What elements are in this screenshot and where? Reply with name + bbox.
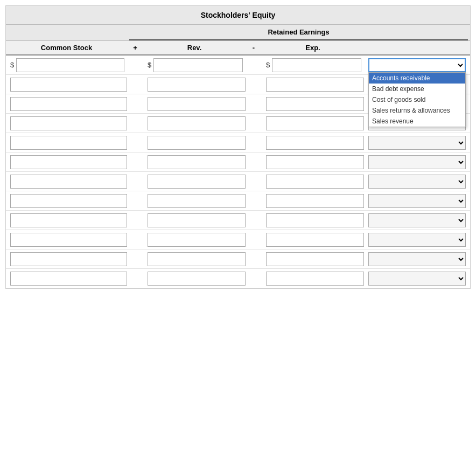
account-dropdown-11[interactable]: Accounts receivable Bad debt expense Cos… <box>368 252 466 266</box>
dropdown-list-1: Accounts receivable Bad debt expense Cos… <box>368 72 466 127</box>
table-row: Accounts receivable Bad debt expense Cos… <box>6 133 470 152</box>
common-stock-cell-1: $ <box>8 58 129 72</box>
rev-input-11[interactable] <box>148 252 246 266</box>
exp-input-6[interactable] <box>266 155 364 169</box>
common-stock-input-5[interactable] <box>10 136 127 150</box>
exp-input-5[interactable] <box>266 136 364 150</box>
exp-input-7[interactable] <box>266 175 364 189</box>
dropdown-option-bad-debt[interactable]: Bad debt expense <box>369 84 465 94</box>
table-row: Accounts receivable Bad debt expense Cos… <box>6 191 470 211</box>
minus-label: - <box>246 44 262 52</box>
plus-label: + <box>127 44 143 52</box>
table-row: Accounts receivable Bad debt expense Cos… <box>6 152 470 172</box>
exp-input-9[interactable] <box>266 213 364 227</box>
table-row: Accounts receivable Bad debt expense Cos… <box>6 269 470 288</box>
common-stock-input-3[interactable] <box>10 97 127 111</box>
dropdown-col-label <box>364 44 470 52</box>
rev-input-3[interactable] <box>148 97 246 111</box>
dollar-sign-1: $ <box>10 61 14 69</box>
account-dropdown-10[interactable]: Accounts receivable Bad debt expense Cos… <box>368 233 466 247</box>
column-labels-row: Common Stock + Rev. - Exp. <box>6 41 470 55</box>
exp-input-10[interactable] <box>266 233 364 247</box>
common-stock-input-6[interactable] <box>10 155 127 169</box>
rev-input-1[interactable] <box>153 58 243 72</box>
common-stock-input-11[interactable] <box>10 252 127 266</box>
account-dropdown-7[interactable]: Accounts receivable Bad debt expense Cos… <box>368 175 466 189</box>
common-stock-input-1[interactable] <box>16 58 124 72</box>
exp-input-2[interactable] <box>266 78 364 92</box>
table-row: Accounts receivable Bad debt expense Cos… <box>6 211 470 230</box>
account-dropdown-12[interactable]: Accounts receivable Bad debt expense Cos… <box>368 272 466 286</box>
rev-input-4[interactable] <box>148 116 246 130</box>
dropdown-option-accounts-receivable[interactable]: Accounts receivable <box>369 73 465 84</box>
rev-input-5[interactable] <box>148 136 246 150</box>
common-stock-input-8[interactable] <box>10 194 127 208</box>
table-row: Accounts receivable Bad debt expense Cos… <box>6 230 470 249</box>
account-dropdown-1[interactable]: Accounts receivable Bad debt expense Cos… <box>368 58 466 72</box>
dollar-sign-rev-1: $ <box>148 61 151 69</box>
common-stock-input-7[interactable] <box>10 175 127 189</box>
common-stock-input-12[interactable] <box>10 272 127 286</box>
rev-input-6[interactable] <box>148 155 246 169</box>
rev-input-10[interactable] <box>148 233 246 247</box>
dropdown-option-sales-returns[interactable]: Sales returns & allowances <box>369 105 465 116</box>
exp-input-11[interactable] <box>266 252 364 266</box>
common-stock-label: Common Stock <box>6 44 127 52</box>
data-rows-container: $ $ $ Accounts receivable Bad debt expen… <box>6 55 470 288</box>
common-stock-input-9[interactable] <box>10 213 127 227</box>
common-stock-cell-2 <box>8 78 129 92</box>
common-stock-input-2[interactable] <box>10 78 127 92</box>
account-dropdown-8[interactable]: Accounts receivable Bad debt expense Cos… <box>368 194 466 208</box>
retained-earnings-row: Retained Earnings <box>6 25 470 41</box>
table-row: Accounts receivable Bad debt expense Cos… <box>6 172 470 191</box>
dollar-sign-exp-1: $ <box>266 61 270 69</box>
common-stock-input-4[interactable] <box>10 116 127 130</box>
retained-earnings-label: Retained Earnings <box>129 25 468 40</box>
rev-cell-1: $ <box>145 58 248 72</box>
account-dropdown-6[interactable]: Accounts receivable Bad debt expense Cos… <box>368 155 466 169</box>
exp-input-1[interactable] <box>272 58 361 72</box>
dropdown-option-sales-revenue[interactable]: Sales revenue <box>369 116 465 127</box>
rev-input-2[interactable] <box>148 78 246 92</box>
exp-cell-1: $ <box>264 58 366 72</box>
stockholders-equity-header: Stockholders' Equity <box>6 6 470 25</box>
rev-input-8[interactable] <box>148 194 246 208</box>
dropdown-option-cogs[interactable]: Cost of goods sold <box>369 94 465 105</box>
rev-input-12[interactable] <box>148 272 246 286</box>
table-row: $ $ $ Accounts receivable Bad debt expen… <box>6 55 470 75</box>
rev-input-9[interactable] <box>148 213 246 227</box>
common-stock-input-10[interactable] <box>10 233 127 247</box>
account-dropdown-9[interactable]: Accounts receivable Bad debt expense Cos… <box>368 213 466 227</box>
exp-input-12[interactable] <box>266 272 364 286</box>
rev-input-7[interactable] <box>148 175 246 189</box>
exp-input-8[interactable] <box>266 194 364 208</box>
dropdown-cell-1: Accounts receivable Bad debt expense Cos… <box>366 58 468 72</box>
table-row: Accounts receivable Bad debt expense Cos… <box>6 249 470 269</box>
exp-input-4[interactable] <box>266 116 364 130</box>
exp-input-3[interactable] <box>266 97 364 111</box>
exp-label: Exp. <box>262 44 364 52</box>
account-dropdown-5[interactable]: Accounts receivable Bad debt expense Cos… <box>368 136 466 150</box>
rev-label: Rev. <box>143 44 246 52</box>
